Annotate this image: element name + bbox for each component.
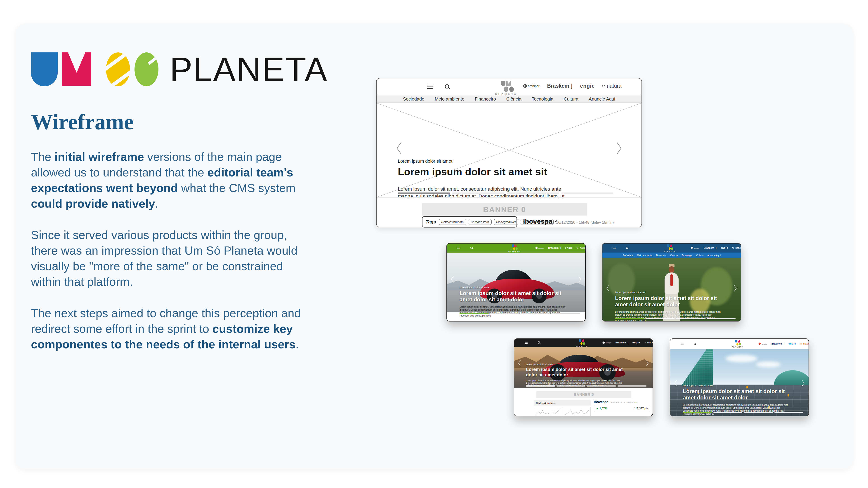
nav-item: Anuncie Aqui: [707, 254, 720, 257]
mini-chart: [563, 407, 591, 416]
arrow-up-icon: [596, 408, 598, 410]
chevron-left-icon: [674, 379, 677, 387]
hero-body: Lorem ipsum dolor sit amet, consectetur …: [460, 305, 566, 317]
chevron-left-icon: [396, 141, 402, 156]
chevron-right-icon: [801, 379, 805, 387]
ibovespa-points: 117.387 pts: [634, 407, 648, 410]
chevron-right-icon: [578, 275, 582, 283]
hamburger-icon: [457, 247, 460, 249]
hero-copy: Lorem ipsum dolor sit amet Lorem ipsum d…: [460, 286, 566, 317]
hero-kicker: Lorem ipsum dolor sit amet: [460, 286, 566, 289]
hero-title: Lorem ipsum dolor sit amet sit dolor sit…: [526, 367, 632, 378]
carousel-pagination: [526, 385, 647, 387]
carousel-pagination: [398, 193, 613, 194]
search-icon: [694, 343, 696, 345]
chevron-left-icon: [518, 360, 521, 367]
carousel-pagination: [460, 313, 580, 314]
search-icon: [538, 341, 540, 344]
nav-item: Tecnologia: [532, 96, 553, 102]
stacked-logo: PLANETA: [732, 340, 743, 348]
nav-item: Cultura: [696, 254, 704, 257]
chevron-right-icon: [616, 141, 622, 156]
mockup-white-header: PLANETA ambipar Braskem] engie natura: [670, 338, 809, 416]
mockup-header: PLANETA ambipar Braskem] engie natura: [670, 339, 809, 349]
engie-logo: engie: [580, 83, 595, 89]
wireframe-header: PLANETA ambipar Braskem] engie natura: [377, 78, 642, 95]
ambipar-icon: [522, 83, 528, 89]
hero-kicker: Lorem ipsum dolor sit amet: [683, 384, 789, 387]
chevron-right-icon: [734, 284, 737, 292]
nav-item: Financeiro: [475, 96, 496, 102]
hero-body: Lorem ipsum dolor sit amet, consectetur …: [683, 403, 789, 415]
search-icon: [470, 247, 473, 249]
nav-item: Sociedade: [622, 254, 633, 257]
tag-pill: Reflorestamento: [439, 219, 466, 225]
nav-item: Ciência: [506, 96, 522, 102]
banner-placeholder: BANNER 0: [536, 391, 631, 398]
ibovespa-panel: Ibovespa 16/12/2020 - 15h45 (delay 15min…: [594, 400, 650, 412]
mini-chart: [534, 407, 561, 416]
carousel-title: Lorem ipsum dolor sit amet sit: [398, 166, 579, 178]
logo-wordmark: PLANETA: [170, 53, 328, 86]
mockup-header: PLANETA ambipar Braskem] engie natura: [514, 339, 653, 347]
search-icon: [445, 84, 449, 89]
um-so-planeta-logo: PLANETA: [31, 53, 328, 87]
tags-label: Tags: [426, 219, 436, 225]
nav-item: Sociedade: [403, 96, 425, 102]
mockup-blue-header: PLANETA ambipar Braskem] engie natura So…: [602, 243, 741, 322]
paragraph-1: The initial wireframe versions of the ma…: [31, 149, 309, 212]
hero-copy: Lorem ipsum dolor sit amet Lorem ipsum d…: [615, 291, 721, 322]
nav-item: Anuncie Aqui: [589, 96, 615, 102]
logo-u-shape: [31, 53, 58, 86]
search-icon: [626, 247, 628, 249]
stacked-logo: PLANETA: [664, 245, 676, 253]
sponsor-logos: ambipar Braskem] engie natura: [603, 341, 653, 344]
stacked-logo: PLANETA: [508, 245, 520, 253]
mockup-nav: SociedadeMeio ambienteFinanceiroCiênciaT…: [602, 253, 741, 258]
hamburger-icon: [525, 341, 528, 344]
chevron-left-icon: [451, 275, 454, 283]
hero-title: Lorem ipsum dolor sit amet sit dolor sit…: [615, 295, 721, 308]
ibovespa-date: 16/12/2020 - 15h45 (delay 15min): [610, 401, 638, 403]
carousel-kicker: Lorem ipsum dolor sit amet: [398, 159, 579, 164]
tag-pill: Consumo consciente: [520, 219, 554, 225]
mockup-header: PLANETA ambipar Braskem] engie natura: [602, 243, 741, 253]
nav-item: Tecnologia: [682, 254, 692, 257]
hamburger-icon: [681, 343, 684, 345]
dados-indices-title: Dados & Índices: [534, 400, 591, 405]
logo-o-shape: [134, 53, 158, 86]
ambipar-logo: ambipar: [523, 84, 539, 88]
hero-copy: Lorem ipsum dolor sit amet Lorem ipsum d…: [683, 384, 789, 415]
dados-indices-panel: Dados & Índices: [534, 400, 591, 416]
hero-body: Lorem ipsum dolor sit amet, consectetur …: [615, 311, 721, 322]
page-title: Wireframe: [31, 109, 133, 134]
mockup-header: PLANETA ambipar Braskem] engie natura: [447, 243, 585, 253]
tags-bar: Tags ReflorestamentoCarbono zeroBiodegra…: [422, 216, 517, 228]
chevron-right-icon: [646, 360, 649, 367]
mockup-black-header: PLANETA ambipar Braskem] engie natura: [514, 338, 653, 416]
chevron-left-icon: [606, 284, 610, 292]
ibovespa-change: 1,07%: [596, 407, 607, 410]
hero-title: Lorem ipsum dolor sit amet sit dolor sit…: [460, 290, 566, 303]
wireframe-carousel: Lorem ipsum dolor sit amet Lorem ipsum d…: [377, 103, 642, 197]
hamburger-icon: [613, 247, 616, 249]
tags-list: ReflorestamentoCarbono zeroBiodegradável…: [439, 219, 554, 225]
tag-pill: Biodegradável: [494, 219, 518, 225]
banner-placeholder: BANNER 0: [422, 203, 587, 216]
nav-item: Meio ambiente: [637, 254, 652, 257]
nav-item: Meio ambiente: [435, 96, 464, 102]
hero-copy: Lorem ipsum dolor sit amet Lorem ipsum d…: [526, 363, 632, 387]
hamburger-icon: [427, 85, 433, 89]
paragraph-3: The next steps aimed to change this perc…: [31, 305, 309, 352]
content-card: PLANETA Wireframe The initial wireframe …: [15, 24, 854, 469]
carousel-copy: Lorem ipsum dolor sit amet Lorem ipsum d…: [398, 159, 579, 197]
stacked-logo: PLANETA: [576, 339, 587, 348]
nav-item: Cultura: [564, 96, 578, 102]
ibovespa-label: Ibovespa: [594, 400, 609, 404]
carousel-pagination: [615, 318, 736, 319]
paragraph-2: Since it served various products within …: [31, 227, 309, 290]
sponsor-logos: ambipar Braskem] engie natura: [535, 247, 586, 249]
logo-m-shape: [62, 53, 91, 86]
hero-kicker: Lorem ipsum dolor sit amet: [615, 291, 721, 294]
sponsor-logos: ambipar Braskem] engie natura: [691, 247, 741, 249]
